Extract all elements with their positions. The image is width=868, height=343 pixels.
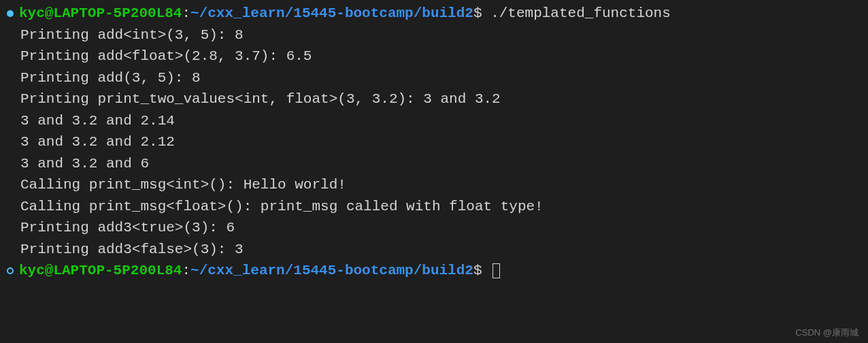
output-line: Calling print_msg<float>(): print_msg ca… [7,196,861,218]
output-line: Printing add<float>(2.8, 3.7): 6.5 [7,46,861,67]
output-line: Printing print_two_values<int, float>(3,… [7,88,861,110]
command-text: ./templated_functions [490,3,671,24]
current-path: ~/cxx_learn/15445-bootcamp/build2 [190,3,473,24]
watermark-text: CSDN @康雨城 [795,326,858,340]
prompt-colon: : [182,3,190,24]
prompt-dollar: $ [473,3,490,24]
output-line: 3 and 3.2 and 6 [7,153,861,175]
user-host: kyc@LAPTOP-5P200L84 [19,3,182,24]
output-line: Printing add3<false>(3): 3 [7,239,861,261]
prompt-line-2[interactable]: kyc@LAPTOP-5P200L84 : ~/cxx_learn/15445-… [7,260,861,282]
cursor-icon[interactable] [493,263,500,278]
user-host: kyc@LAPTOP-5P200L84 [19,260,182,282]
output-line: 3 and 3.2 and 2.12 [7,131,861,153]
current-path: ~/cxx_learn/15445-bootcamp/build2 [190,260,473,282]
output-line: Printing add(3, 5): 8 [7,67,861,89]
unmodified-indicator-icon [7,267,14,274]
prompt-dollar: $ [473,260,490,282]
output-line: Calling print_msg<int>(): Hello world! [7,174,861,196]
output-line: Printing add3<true>(3): 6 [7,217,861,239]
output-line: Printing add<int>(3, 5): 8 [7,24,861,46]
modified-indicator-icon [7,10,14,17]
prompt-line-1: kyc@LAPTOP-5P200L84 : ~/cxx_learn/15445-… [7,3,861,24]
output-line: 3 and 3.2 and 2.14 [7,110,861,132]
prompt-colon: : [182,260,190,282]
